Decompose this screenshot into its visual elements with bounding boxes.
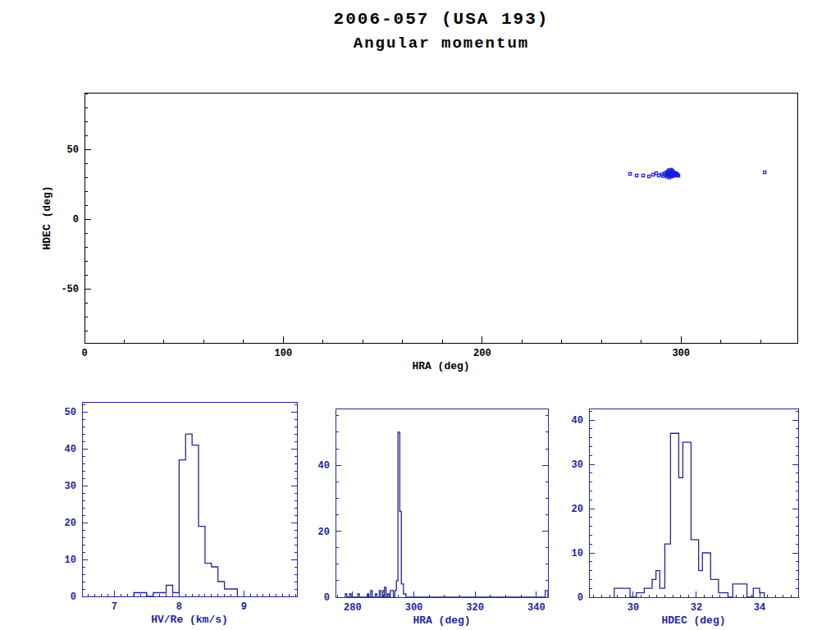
y-tick-label: 30 — [65, 481, 76, 492]
scatter-plot-hdec-vs-hra: 0100200300-50050HRA (deg)HDEC (deg) — [25, 78, 820, 381]
x-axis-label: HV/Re (km/s) — [151, 614, 228, 626]
histogram-hdec: 303234010203040HDEC (deg) — [564, 392, 835, 628]
y-tick-label: 40 — [65, 444, 76, 455]
y-tick-label: 20 — [572, 504, 583, 515]
x-tick-label: 7 — [112, 601, 117, 613]
y-tick-label: 0 — [324, 592, 330, 604]
y-tick-label: 40 — [318, 460, 330, 472]
x-axis-label: HRA (deg) — [412, 360, 469, 372]
data-point — [629, 172, 632, 175]
axes-frame — [589, 409, 798, 597]
axes-frame — [82, 402, 297, 596]
axes-frame — [84, 93, 797, 343]
x-axis-label: HDEC (deg) — [661, 614, 725, 627]
x-tick-label: 280 — [344, 602, 362, 614]
page-title-line2: Angular momentum — [39, 34, 840, 52]
data-point — [764, 171, 766, 173]
y-axis-label: HDEC (deg) — [41, 185, 53, 249]
tick-labels: 0100200300-50050 — [61, 144, 690, 359]
plot-page: 2006-057 (USA 193) Angular momentum 0100… — [0, 0, 840, 630]
y-tick-label: 0 — [578, 592, 583, 604]
y-tick-label: 0 — [71, 591, 76, 603]
y-tick-label: 50 — [65, 407, 76, 418]
x-tick-label: 30 — [628, 602, 639, 614]
axes-frame — [336, 409, 548, 597]
y-tick-label: 10 — [65, 555, 76, 566]
y-tick-label: 30 — [572, 459, 583, 471]
x-tick-label: 34 — [754, 602, 765, 614]
x-tick-label: 300 — [672, 348, 690, 359]
x-tick-label: 200 — [473, 348, 491, 359]
x-tick-label: 32 — [691, 602, 702, 614]
y-tick-label: 0 — [73, 214, 79, 226]
y-tick-label: 10 — [572, 548, 583, 559]
histogram-outline — [614, 433, 765, 597]
page-title-line1: 2006-057 (USA 193) — [39, 10, 840, 29]
x-axis-label: HRA (deg) — [413, 614, 470, 627]
x-tick-label: 0 — [81, 348, 87, 359]
scatter-points — [629, 168, 766, 179]
x-tick-label: 8 — [176, 601, 182, 613]
x-tick-label: 340 — [527, 602, 546, 614]
y-tick-label: 40 — [572, 415, 583, 427]
y-tick-label: 50 — [67, 144, 79, 156]
page-title: 2006-057 (USA 193) Angular momentum — [39, 10, 840, 52]
y-tick-label: -50 — [61, 284, 79, 295]
histogram-hv-re: 78901020304050HV/Re (km/s) — [41, 392, 320, 628]
data-point — [652, 173, 655, 176]
x-tick-label: 320 — [466, 602, 484, 614]
tick-labels: 28030032034002040 — [318, 460, 546, 614]
histogram-outline — [345, 432, 548, 597]
histogram-hra: 28030032034002040HRA (deg) — [308, 392, 570, 628]
x-tick-label: 9 — [241, 601, 247, 613]
x-tick-label: 100 — [275, 348, 293, 359]
x-tick-label: 300 — [405, 602, 423, 614]
data-point — [657, 174, 660, 176]
data-point — [642, 174, 645, 176]
histogram-outline — [134, 434, 237, 596]
y-tick-label: 20 — [318, 527, 330, 538]
data-point — [636, 174, 638, 176]
y-tick-label: 20 — [65, 518, 76, 529]
data-point — [648, 175, 651, 177]
